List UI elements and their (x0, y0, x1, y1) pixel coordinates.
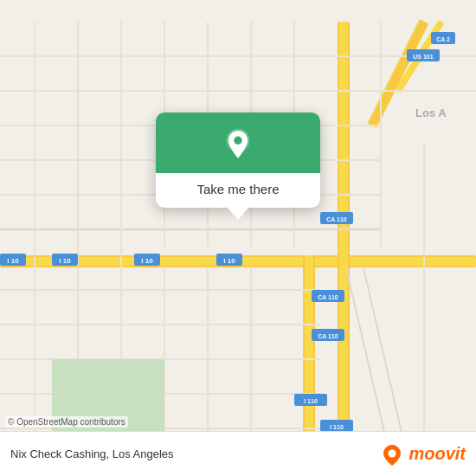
moovit-logo: moovit (381, 443, 466, 466)
location-label: Nix Check Cashing, Los Angeles (10, 447, 174, 460)
svg-text:US 101: US 101 (413, 54, 433, 60)
svg-text:CA 110: CA 110 (318, 294, 338, 300)
map-attribution: © OpenStreetMap contributors (5, 416, 128, 428)
svg-text:I 110: I 110 (304, 398, 318, 404)
moovit-text: moovit (408, 444, 466, 464)
svg-rect-6 (305, 255, 313, 454)
svg-text:Los A: Los A (415, 106, 447, 119)
svg-text:CA 110: CA 110 (318, 333, 338, 339)
svg-point-61 (234, 137, 242, 145)
bottom-bar: Nix Check Cashing, Los Angeles moovit (0, 431, 476, 476)
svg-text:I 110: I 110 (330, 424, 344, 430)
map-container: I 10 I 10 I 10 I 10 CA 110 CA 110 CA 110… (0, 0, 476, 476)
popup-tail (228, 208, 248, 220)
map-background: I 10 I 10 I 10 I 10 CA 110 CA 110 CA 110… (0, 0, 476, 476)
svg-text:CA 2: CA 2 (436, 36, 450, 42)
svg-rect-4 (339, 22, 348, 454)
popup-card: Take me there (156, 113, 320, 208)
svg-point-62 (389, 449, 396, 457)
svg-text:I 10: I 10 (223, 257, 235, 265)
location-pin-icon (222, 128, 254, 161)
moovit-pin-icon (381, 443, 403, 466)
svg-text:I 10: I 10 (7, 257, 19, 265)
svg-text:I 10: I 10 (141, 257, 153, 265)
popup-body: Take me there (156, 173, 320, 208)
take-me-there-button[interactable]: Take me there (196, 182, 279, 196)
popup-header (156, 113, 320, 173)
svg-text:I 10: I 10 (59, 257, 71, 265)
svg-text:CA 110: CA 110 (326, 216, 347, 222)
